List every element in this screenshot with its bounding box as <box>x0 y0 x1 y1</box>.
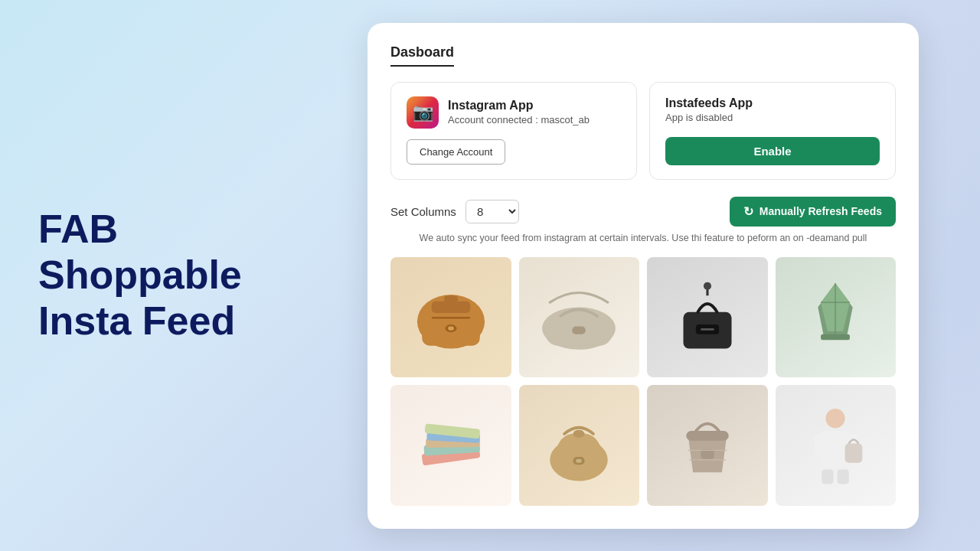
svg-rect-6 <box>448 327 454 331</box>
feed-item[interactable] <box>390 385 511 506</box>
feed-item[interactable] <box>519 385 640 506</box>
instagram-account-status: Account connected : mascot_ab <box>448 114 590 126</box>
set-columns-label: Set Columns <box>390 205 456 218</box>
svg-rect-29 <box>686 431 728 441</box>
instagram-card: 📷 Instagram App Account connected : masc… <box>390 82 637 180</box>
svg-rect-37 <box>822 469 834 484</box>
change-account-button[interactable]: Change Account <box>407 139 505 165</box>
enable-button[interactable]: Enable <box>665 137 880 165</box>
main-panel: Dasboard 📷 Instagram App Account connect… <box>368 23 919 529</box>
feed-item[interactable] <box>390 257 511 378</box>
svg-rect-3 <box>444 296 458 308</box>
refresh-icon: ↻ <box>743 204 753 219</box>
instafeeds-card: Instafeeds App App is disabled Enable <box>649 82 896 180</box>
svg-point-12 <box>704 282 711 290</box>
svg-rect-14 <box>701 328 714 331</box>
controls-row: Set Columns 4 6 8 10 ↻ Manually Refresh … <box>390 197 896 227</box>
manually-refresh-feeds-button[interactable]: ↻ Manually Refresh Feeds <box>730 197 896 227</box>
feed-item[interactable] <box>647 385 768 506</box>
instagram-icon: 📷 <box>407 96 439 129</box>
svg-rect-38 <box>838 469 849 484</box>
columns-select[interactable]: 4 6 8 10 <box>466 200 519 223</box>
set-columns-group: Set Columns 4 6 8 10 <box>390 200 519 223</box>
hero-title: FAB Shoppable Insta Feed <box>38 207 329 344</box>
instafeeds-card-title: Instafeeds App <box>665 96 753 110</box>
instafeeds-card-info: Instafeeds App App is disabled <box>665 96 753 123</box>
instafeeds-app-status: App is disabled <box>665 112 753 123</box>
feed-item[interactable] <box>519 257 640 378</box>
feed-item[interactable] <box>647 257 768 378</box>
dashboard-title: Dasboard <box>390 44 454 67</box>
instagram-card-title: Instagram App <box>448 99 590 112</box>
sync-info: We auto sync your feed from instagram at… <box>390 233 896 243</box>
svg-point-26 <box>573 430 585 438</box>
feed-grid <box>390 257 896 506</box>
instagram-card-header: 📷 Instagram App Account connected : masc… <box>407 96 621 129</box>
svg-rect-17 <box>821 334 850 341</box>
svg-rect-35 <box>815 434 825 458</box>
refresh-button-label: Manually Refresh Feeds <box>760 205 882 217</box>
svg-rect-39 <box>845 443 863 462</box>
svg-rect-4 <box>432 317 470 319</box>
instagram-card-info: Instagram App Account connected : mascot… <box>448 99 590 126</box>
hero-section: FAB Shoppable Insta Feed <box>0 161 368 390</box>
svg-rect-28 <box>576 458 582 462</box>
instafeeds-card-header: Instafeeds App App is disabled <box>665 96 880 123</box>
svg-rect-9 <box>572 327 586 334</box>
feed-item[interactable] <box>776 385 897 506</box>
svg-point-33 <box>826 409 845 428</box>
cards-row: 📷 Instagram App Account connected : masc… <box>390 82 896 180</box>
feed-item[interactable] <box>776 257 897 378</box>
